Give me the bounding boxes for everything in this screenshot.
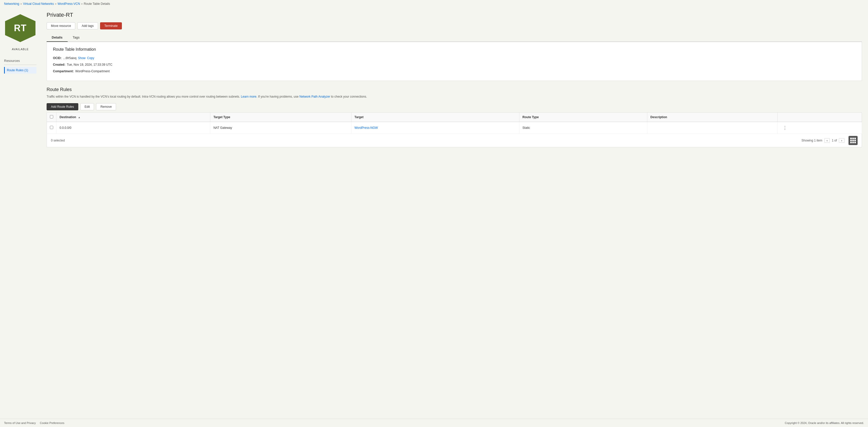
tab-tags[interactable]: Tags xyxy=(68,33,85,42)
page-title: Private-RT xyxy=(46,12,862,18)
action-buttons: Move resource Add tags Terminate xyxy=(46,22,862,29)
created-row: Created: Tue, Nov 19, 2024, 17:33:39 UTC xyxy=(53,62,856,67)
description-text: Traffic within the VCN is handled by the… xyxy=(46,95,241,98)
remove-button[interactable]: Remove xyxy=(96,103,116,110)
terms-link[interactable]: Terms of Use and Privacy xyxy=(4,421,36,424)
table-footer: 0 selected Showing 1 item ‹ 1 of › xyxy=(46,134,862,147)
learn-more-link[interactable]: Learn more. xyxy=(241,95,257,98)
resources-title: Resources xyxy=(4,59,36,65)
col-target: Target xyxy=(351,113,519,122)
row-target: WordPress-NGW xyxy=(351,122,519,134)
col-target-label: Target xyxy=(354,115,364,119)
pagination: Showing 1 item ‹ 1 of › xyxy=(802,136,858,145)
row-actions-button[interactable]: ⋮ xyxy=(781,124,789,131)
col-destination[interactable]: Destination ▲ xyxy=(57,113,210,122)
breadcrumb-sep-1: » xyxy=(20,2,22,6)
hexagon-icon: RT xyxy=(5,14,35,42)
row-route-type: Static xyxy=(519,122,647,134)
table-toolbar: Add Route Rules Edit Remove xyxy=(46,103,862,110)
content-area: Private-RT Move resource Add tags Termin… xyxy=(40,8,868,419)
grid-icon-button[interactable] xyxy=(848,136,858,145)
col-route-type-label: Route Type xyxy=(522,115,539,119)
col-description: Description xyxy=(647,113,778,122)
move-resource-button[interactable]: Move resource xyxy=(46,22,75,29)
breadcrumb-wordpress-vcn[interactable]: WordPress-VCN xyxy=(58,2,80,6)
compartment-value: WordPress-Compartment xyxy=(75,69,110,74)
next-page-button[interactable]: › xyxy=(839,138,844,143)
footer-links: Terms of Use and Privacy Cookie Preferen… xyxy=(4,421,64,424)
created-label: Created: xyxy=(53,62,65,67)
created-value: Tue, Nov 19, 2024, 17:33:39 UTC xyxy=(67,62,113,67)
resource-status: AVAILABLE xyxy=(12,48,29,51)
sort-icon-destination: ▲ xyxy=(78,116,81,119)
page-indicator: 1 of xyxy=(832,139,837,142)
breadcrumb-networking[interactable]: Networking xyxy=(4,2,19,6)
ocid-label: OCID: xyxy=(53,56,62,60)
sidebar-item-route-rules[interactable]: Route Rules (1) xyxy=(4,67,36,74)
col-destination-label: Destination xyxy=(60,115,76,119)
cookies-link[interactable]: Cookie Preferences xyxy=(40,421,64,424)
ocid-row: OCID: ...6fr5aixq Show Copy xyxy=(53,56,856,60)
copyright-text: Copyright © 2024, Oracle and/or its affi… xyxy=(785,421,864,424)
problems-suffix: to check your connections. xyxy=(330,95,367,98)
row-description xyxy=(647,122,778,134)
showing-count: Showing 1 item xyxy=(802,139,823,142)
breadcrumb: Networking » Virtual Cloud Networks » Wo… xyxy=(0,0,868,8)
tab-details[interactable]: Details xyxy=(46,33,68,42)
col-route-type: Route Type xyxy=(519,113,647,122)
grid-dots xyxy=(850,138,856,143)
breadcrumb-sep-3: » xyxy=(81,2,83,6)
table-header-row: Destination ▲ Target Type Target Route T… xyxy=(47,113,862,122)
add-tags-button[interactable]: Add tags xyxy=(77,22,98,29)
selected-count: 0 selected xyxy=(51,139,65,142)
tabs: Details Tags xyxy=(46,33,862,42)
row-destination: 0.0.0.0/0 xyxy=(57,122,210,134)
route-rules-table: Destination ▲ Target Type Target Route T… xyxy=(46,112,862,134)
route-rules-table-wrapper: Destination ▲ Target Type Target Route T… xyxy=(46,112,862,147)
network-path-analyzer-link[interactable]: Network Path Analyzer xyxy=(300,95,330,98)
edit-button[interactable]: Edit xyxy=(80,103,94,110)
hexagon-initials: RT xyxy=(14,23,27,33)
row-checkbox-cell xyxy=(47,122,57,134)
breadcrumb-current: Route Table Details xyxy=(84,2,110,6)
prev-page-button[interactable]: ‹ xyxy=(825,138,830,143)
terminate-button[interactable]: Terminate xyxy=(100,22,122,29)
select-all-col xyxy=(47,113,57,122)
info-card-title: Route Table Information xyxy=(53,47,856,52)
compartment-row: Compartment: WordPress-Compartment xyxy=(53,69,856,74)
col-target-type: Target Type xyxy=(210,113,351,122)
breadcrumb-sep-2: » xyxy=(55,2,57,6)
col-actions xyxy=(777,113,862,122)
route-rules-description: Traffic within the VCN is handled by the… xyxy=(46,94,862,99)
col-description-label: Description xyxy=(650,115,667,119)
route-table-info-card: Route Table Information OCID: ...6fr5aix… xyxy=(46,42,862,81)
row-target-type: NAT Gateway xyxy=(210,122,351,134)
resource-icon-container: RT xyxy=(3,12,38,45)
resources-section: Resources Route Rules (1) xyxy=(2,59,38,74)
ocid-value: ...6fr5aixq xyxy=(63,56,76,60)
table-row: 0.0.0.0/0 NAT Gateway WordPress-NGW Stat… xyxy=(47,122,862,134)
breadcrumb-vcn[interactable]: Virtual Cloud Networks xyxy=(23,2,54,6)
col-target-type-label: Target Type xyxy=(213,115,230,119)
target-link[interactable]: WordPress-NGW xyxy=(354,126,378,130)
problems-text: If you're having problems, use xyxy=(257,95,299,98)
page-footer: Terms of Use and Privacy Cookie Preferen… xyxy=(0,419,868,427)
ocid-copy-link[interactable]: Copy xyxy=(87,56,94,60)
left-panel: RT AVAILABLE Resources Route Rules (1) xyxy=(0,8,40,419)
add-route-rules-button[interactable]: Add Route Rules xyxy=(46,103,78,110)
select-all-checkbox[interactable] xyxy=(50,115,53,118)
row-actions-cell: ⋮ xyxy=(777,122,862,134)
compartment-label: Compartment: xyxy=(53,69,74,74)
row-checkbox[interactable] xyxy=(50,126,53,129)
ocid-show-link[interactable]: Show xyxy=(78,56,86,60)
route-rules-title: Route Rules xyxy=(46,87,862,92)
